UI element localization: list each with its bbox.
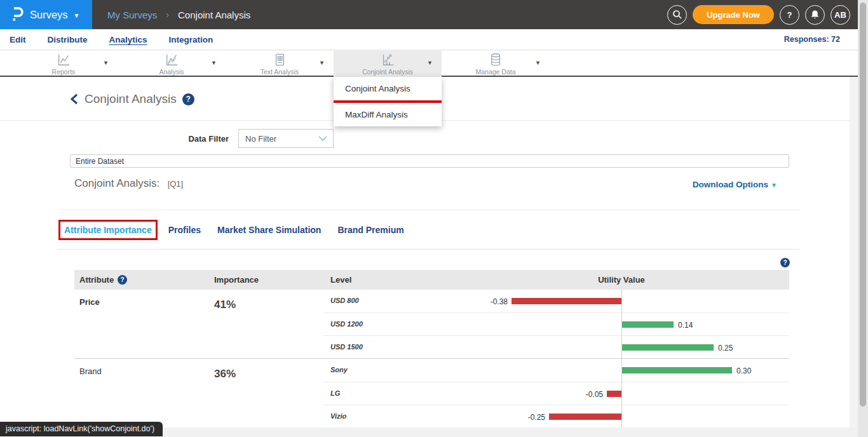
avatar[interactable]: AB — [831, 5, 850, 25]
levels-list: USD 800-0.38USD 12000.14USD 15000.25 — [324, 290, 789, 358]
level-name: USD 1200 — [324, 313, 470, 335]
col-attribute: Attribute — [79, 275, 114, 285]
toolbar-item-label: Manage Data — [475, 68, 515, 76]
search-button[interactable] — [667, 5, 687, 25]
header-actions: Upgrade Now ? AB — [667, 5, 850, 25]
level-name: LG — [324, 382, 470, 405]
main-content: Conjoint Analysis ? Data Filter No Filte… — [0, 77, 850, 427]
help-button[interactable]: ? — [780, 5, 799, 25]
chevron-down-icon[interactable]: ▼ — [319, 60, 325, 66]
menu-item-maxdiff-analysis[interactable]: MaxDiff Analysis — [334, 103, 442, 126]
utility-table: Attribute? Importance Level Utility Valu… — [74, 270, 789, 428]
utility-bar-cell: -0.05 — [470, 382, 789, 405]
chevron-down-icon[interactable]: ▼ — [535, 60, 541, 66]
level-name: Sony — [324, 359, 470, 382]
data-filter-select[interactable]: No Filter — [238, 129, 334, 148]
page-help-icon[interactable]: ? — [182, 93, 194, 105]
tab-attribute-importance[interactable]: Attribute Importance — [64, 225, 152, 235]
breadcrumb-parent-link[interactable]: My Surveys — [107, 10, 157, 20]
col-level: Level — [324, 275, 470, 285]
search-icon — [672, 10, 682, 20]
table-header: Attribute? Importance Level Utility Valu… — [74, 270, 789, 290]
level-row: USD 800-0.38 — [324, 290, 789, 313]
toolbar-item-reports[interactable]: Reports▼ — [10, 51, 118, 77]
notifications-button[interactable] — [805, 5, 825, 25]
product-name: Surveys — [30, 9, 68, 21]
utility-bar-cell: 0.25 — [470, 336, 789, 358]
brand-menu[interactable]: Surveys ▼ — [0, 0, 92, 29]
result-tabs: Attribute ImportanceProfilesMarket Share… — [64, 224, 421, 236]
reports-chart-icon — [56, 53, 71, 67]
nav-item-edit[interactable]: Edit — [10, 35, 26, 44]
utility-bar — [549, 413, 621, 420]
table-body: Price41%USD 800-0.38USD 12000.14USD 1500… — [74, 290, 789, 428]
text-analysis-icon — [273, 53, 287, 67]
nav-item-integration[interactable]: Integration — [169, 35, 214, 44]
upgrade-now-button[interactable]: Upgrade Now — [693, 5, 774, 24]
page-title: Conjoint Analysis — [85, 92, 177, 106]
tab-brand-premium[interactable]: Brand Premium — [337, 225, 403, 235]
chevron-down-icon: ▼ — [74, 12, 80, 19]
chevron-down-icon[interactable]: ▼ — [103, 60, 109, 66]
utility-value-label: -0.25 — [528, 413, 545, 422]
utility-bar — [622, 367, 732, 373]
utility-bar — [607, 391, 621, 397]
toolbar-item-conjoint-analysis[interactable]: Conjoint Analysis▼ — [334, 51, 442, 77]
level-name: Vizio — [324, 405, 470, 427]
nav-item-distribute[interactable]: Distribute — [48, 35, 88, 44]
dataset-input[interactable] — [70, 154, 789, 168]
breadcrumb: My Surveys › Conjoint Analysis — [107, 10, 250, 20]
nav-item-analytics[interactable]: Analytics — [109, 35, 147, 44]
data-filter-label: Data Filter — [180, 134, 229, 144]
conjoint-chart-icon — [380, 53, 395, 67]
menu-item-conjoint-analysis[interactable]: Conjoint Analysis — [334, 77, 442, 100]
red-box-annotation: Attribute Importance — [58, 220, 158, 240]
toolbar-item-manage-data[interactable]: Manage Data▼ — [442, 51, 550, 77]
level-row: USD 15000.25 — [324, 335, 789, 358]
survey-nav: EditDistributeAnalyticsIntegration Respo… — [0, 29, 858, 50]
tab-profiles[interactable]: Profiles — [168, 225, 201, 235]
toolbar-item-label: Conjoint Analysis — [362, 68, 413, 76]
utility-value-label: -0.38 — [491, 297, 508, 306]
breadcrumb-current: Conjoint Analysis — [178, 10, 250, 20]
importance-value: 41% — [214, 290, 324, 358]
back-chevron-icon[interactable] — [70, 93, 79, 105]
download-options-link[interactable]: Download Options▼ — [693, 180, 777, 189]
chevron-down-icon[interactable]: ▼ — [427, 60, 433, 66]
conjoint-analysis-menu: Conjoint AnalysisMaxDiff Analysis — [334, 77, 442, 126]
utility-bar — [622, 321, 674, 328]
question-tag: [Q1] — [168, 179, 184, 189]
scrollbar-thumb[interactable] — [860, 3, 866, 407]
table-help-icon[interactable]: ? — [780, 258, 790, 267]
database-icon — [488, 53, 503, 67]
levels-list: Sony0.30LG-0.05Vizio-0.25 — [324, 359, 789, 427]
top-header: Surveys ▼ My Surveys › Conjoint Analysis… — [0, 0, 868, 29]
utility-bar — [622, 344, 714, 351]
section-title: Conjoint Analysis: — [74, 177, 159, 189]
attribute-name: Brand — [74, 359, 214, 427]
level-name: USD 800 — [324, 290, 470, 313]
tab-market-share-simulation[interactable]: Market Share Simulation — [217, 225, 321, 235]
level-row: USD 12000.14 — [324, 313, 789, 335]
toolbar-item-text-analysis[interactable]: Text Analysis▼ — [226, 51, 334, 77]
utility-bar-cell: -0.25 — [470, 405, 789, 427]
responses-count: Responses: 72 — [784, 35, 840, 44]
tabs-divider — [57, 249, 799, 250]
toolbar-item-label: Analysis — [159, 68, 184, 76]
status-bar-link-preview: javascript: loadNavLink('showConjoint.do… — [0, 422, 163, 436]
attribute-name: Price — [74, 290, 214, 358]
utility-value-label: 0.14 — [678, 321, 693, 330]
section-heading-row: Conjoint Analysis: [Q1] Download Options… — [74, 177, 789, 196]
attribute-help-icon[interactable]: ? — [118, 275, 127, 285]
chevron-down-icon — [318, 136, 327, 142]
vertical-scrollbar[interactable] — [858, 0, 868, 437]
toolbar-item-label: Reports — [52, 68, 76, 76]
divider — [57, 210, 799, 210]
breadcrumb-separator: › — [166, 10, 169, 20]
utility-value-label: -0.05 — [586, 390, 603, 399]
level-row: Sony0.30 — [324, 359, 789, 382]
col-utility-value: Utility Value — [598, 275, 645, 285]
chevron-down-icon[interactable]: ▼ — [211, 60, 217, 66]
toolbar-item-analysis[interactable]: Analysis▼ — [118, 51, 226, 77]
utility-bar-cell: 0.14 — [470, 313, 789, 335]
